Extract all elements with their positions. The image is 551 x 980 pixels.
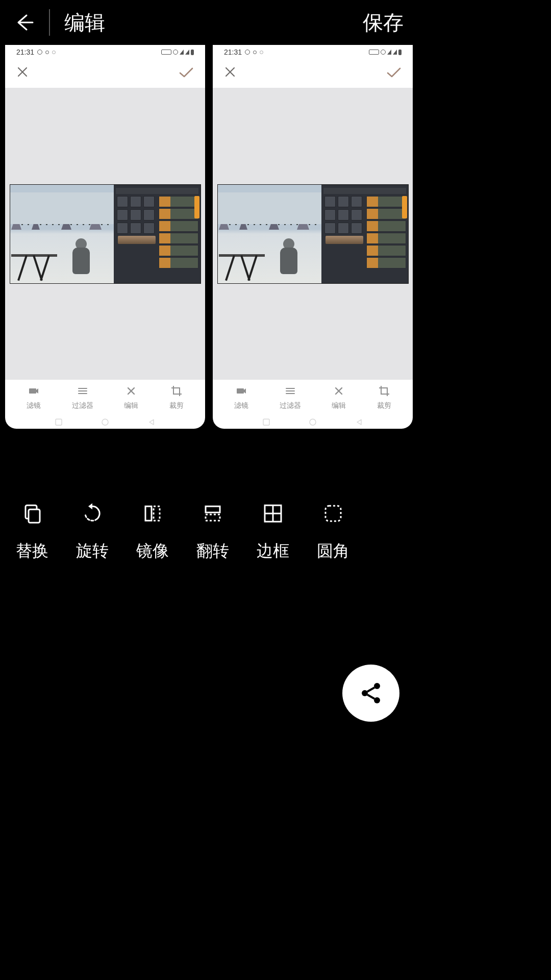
inner-top-bar [213, 59, 413, 88]
battery-icon [191, 50, 194, 55]
inner-toolbar: 滤镜 过滤器 编辑 裁剪 [5, 380, 205, 415]
svg-rect-8 [206, 506, 220, 512]
edit-cross-icon [333, 385, 345, 397]
triangle-nav-icon [355, 418, 363, 426]
close-icon [16, 66, 29, 78]
tool-rotate[interactable]: 旋转 [62, 502, 122, 562]
svg-rect-1 [56, 419, 62, 425]
svg-point-13 [362, 690, 368, 696]
share-icon [358, 680, 384, 706]
svg-rect-7 [29, 509, 40, 523]
tool-label: 旋转 [76, 540, 109, 562]
inner-tool-crop[interactable]: 裁剪 [377, 385, 391, 410]
header-divider [49, 9, 50, 36]
header-bar: 编辑 保存 [0, 0, 418, 45]
svg-rect-9 [206, 514, 220, 521]
game-scene [10, 185, 115, 283]
inner-tool-label: 编辑 [332, 401, 346, 410]
game-screenshot [217, 184, 409, 284]
save-button[interactable]: 保存 [363, 9, 404, 37]
inner-tool-label: 滤镜 [27, 401, 41, 410]
wifi-icon [180, 50, 184, 55]
bubble-icon [245, 50, 250, 55]
crop-icon [170, 385, 183, 397]
svg-rect-0 [29, 388, 36, 394]
inner-status-bar: 21:31 [5, 45, 205, 59]
game-inventory [321, 185, 408, 283]
cloud-icon [260, 51, 263, 54]
tool-mirror[interactable]: 镜像 [122, 502, 183, 562]
tool-round[interactable]: 圆角 [303, 502, 363, 562]
tool-replace[interactable]: 替换 [2, 502, 62, 562]
inner-tool-filter[interactable]: 滤镜 [27, 385, 41, 410]
tool-label: 圆角 [317, 540, 349, 562]
inner-confirm-button[interactable] [386, 66, 402, 81]
inner-time: 21:31 [224, 48, 242, 56]
close-icon [224, 66, 236, 78]
game-scene [218, 185, 322, 283]
inner-close-button[interactable] [224, 66, 236, 82]
tool-label: 镜像 [136, 540, 169, 562]
inner-canvas [5, 88, 205, 380]
crop-icon [378, 385, 390, 397]
inner-nav-bar [5, 415, 205, 429]
inner-tool-label: 过滤器 [280, 401, 301, 410]
tool-label: 替换 [16, 540, 48, 562]
inner-status-bar: 21:31 [213, 45, 413, 59]
signal-icon [393, 50, 397, 55]
inner-tool-filters[interactable]: 过滤器 [280, 385, 301, 410]
inner-time: 21:31 [16, 48, 34, 56]
preview-card[interactable]: 21:31 [5, 45, 205, 429]
inner-tool-edit[interactable]: 编辑 [124, 385, 138, 410]
inner-tool-edit[interactable]: 编辑 [332, 385, 346, 410]
cloud-icon [253, 51, 257, 54]
filter-lens-icon [28, 385, 40, 397]
inner-nav-bar [213, 415, 413, 429]
inner-tool-label: 裁剪 [169, 401, 184, 410]
tool-label: 边框 [257, 540, 289, 562]
svg-point-2 [102, 419, 108, 425]
svg-point-12 [374, 683, 380, 689]
rotate-icon [81, 502, 104, 525]
inner-canvas [213, 88, 413, 380]
alarm-icon [173, 50, 178, 55]
page-title: 编辑 [64, 9, 105, 37]
tool-flip[interactable]: 翻转 [183, 502, 243, 562]
round-corners-icon [322, 502, 344, 525]
triangle-nav-icon [147, 418, 156, 426]
preview-area: 21:31 [0, 45, 418, 431]
border-icon [262, 502, 284, 525]
preview-card[interactable]: 21:31 [213, 45, 413, 429]
edit-toolbar: 替换 旋转 镜像 翻转 边框 圆角 [0, 502, 418, 562]
svg-rect-11 [325, 506, 341, 521]
replace-icon [21, 502, 43, 525]
inner-confirm-button[interactable] [179, 66, 194, 81]
inner-tool-label: 过滤器 [72, 401, 93, 410]
share-fab[interactable] [342, 665, 399, 722]
edit-cross-icon [125, 385, 137, 397]
back-button[interactable] [14, 12, 35, 33]
inner-toolbar: 滤镜 过滤器 编辑 裁剪 [213, 380, 413, 415]
battery-icon [398, 50, 402, 55]
badge-icon [369, 50, 379, 55]
inner-tool-filters[interactable]: 过滤器 [72, 385, 93, 410]
badge-icon [161, 50, 171, 55]
svg-point-5 [310, 419, 316, 425]
list-icon [284, 385, 296, 397]
svg-point-14 [374, 697, 380, 703]
square-nav-icon [262, 418, 270, 426]
inner-tool-filter[interactable]: 滤镜 [234, 385, 248, 410]
flip-icon [202, 502, 224, 525]
inner-close-button[interactable] [16, 66, 29, 82]
alarm-icon [381, 50, 386, 55]
inner-top-bar [5, 59, 205, 88]
signal-icon [185, 50, 189, 55]
tool-border[interactable]: 边框 [243, 502, 303, 562]
tool-label: 翻转 [196, 540, 229, 562]
inner-tool-crop[interactable]: 裁剪 [169, 385, 184, 410]
inner-tool-label: 编辑 [124, 401, 138, 410]
bubble-icon [37, 50, 42, 55]
game-inventory [114, 185, 201, 283]
svg-rect-3 [237, 388, 244, 394]
circle-nav-icon [309, 418, 317, 426]
